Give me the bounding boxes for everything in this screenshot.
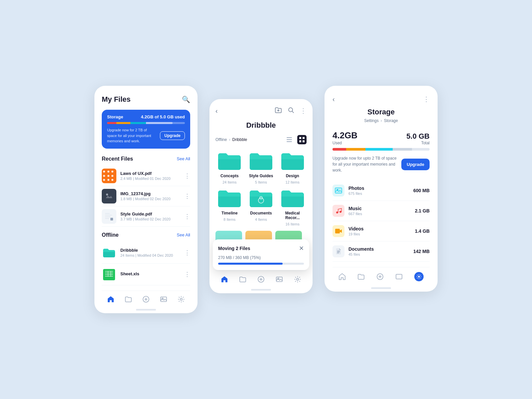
back-icon[interactable]: ‹ [215, 107, 218, 115]
offline-folder-item[interactable]: Dribbble 24 Items | Modified 04 Dec 2020… [102, 242, 190, 264]
folder-item[interactable]: Design 12 Items [278, 150, 307, 184]
svg-rect-10 [105, 273, 113, 273]
svg-rect-33 [335, 188, 342, 193]
documents-icon [332, 245, 344, 257]
screen1-myfiles: My Files 🔍 Storage 4.2GB of 5.0 GB used … [94, 86, 198, 313]
svg-rect-14 [110, 271, 111, 277]
storage-category-photos[interactable]: Photos 675 files 600 MB [332, 181, 430, 201]
upgrade-button-small[interactable]: Upgrade [160, 131, 185, 140]
nav-folder[interactable] [357, 273, 365, 280]
nav-settings-active[interactable] [414, 272, 424, 281]
folder-icon [248, 150, 274, 172]
file-item[interactable]: Laws of UX.pdf 2.4 MB | Modified 01 Dec … [102, 166, 190, 186]
breadcrumb-arrow: › [381, 118, 382, 123]
nav-image[interactable] [276, 276, 283, 283]
grid-view-icon[interactable] [297, 135, 307, 144]
folder-count: 8 Items [223, 217, 235, 221]
storage-breadcrumb: Settings › Storage [332, 118, 430, 123]
folder-more-dots[interactable]: ⋮ [184, 249, 190, 256]
file-more-dots[interactable]: ⋮ [184, 213, 190, 220]
screen3-topbar: ‹ ⋮ [332, 95, 430, 103]
back-icon[interactable]: ‹ [332, 95, 335, 103]
svg-rect-6 [105, 218, 109, 219]
storage-label: Storage [107, 114, 123, 119]
nav-add[interactable] [142, 296, 150, 303]
nav-add[interactable] [376, 273, 384, 280]
svg-point-19 [289, 108, 293, 112]
folder-more-dots[interactable]: ⋮ [184, 271, 190, 278]
list-view-icon[interactable] [285, 135, 294, 144]
breadcrumb-offline[interactable]: Offline [215, 137, 227, 142]
category-files: 45 files [348, 252, 409, 256]
svg-rect-41 [337, 253, 339, 253]
more-dots-icon[interactable]: ⋮ [423, 95, 430, 103]
nav-folder[interactable] [125, 296, 132, 303]
close-icon[interactable]: ✕ [299, 245, 304, 252]
storage-category-music[interactable]: Music 667 files 2.1 GB [332, 201, 430, 221]
category-size: 142 MB [413, 249, 430, 254]
nav-home[interactable] [107, 296, 114, 303]
more-dots-icon[interactable]: ⋮ [300, 107, 307, 115]
svg-point-18 [180, 298, 182, 300]
folder-name: Documents [250, 211, 272, 215]
folders-grid: Concepts 24 Items Style Guides 5 Items [215, 150, 307, 226]
nav-settings[interactable] [294, 276, 301, 283]
nav-image[interactable] [160, 296, 167, 303]
file-meta: 1.8 MB | Modified 02 Dec 2020 [120, 197, 180, 201]
svg-rect-9 [105, 271, 113, 272]
folder-item[interactable]: Concepts 24 Items [215, 150, 244, 184]
svg-rect-38 [335, 229, 340, 233]
file-item[interactable]: IMG_12374.jpg 1.8 MB | Modified 02 Dec 2… [102, 186, 190, 206]
svg-rect-26 [303, 140, 305, 142]
storage-total: 5.0 GB [406, 132, 430, 141]
file-name: Style Guide.pdf [120, 211, 180, 216]
folder-item[interactable]: Documents 4 Items [247, 188, 275, 226]
nav-home[interactable] [338, 273, 346, 280]
nav-add[interactable] [257, 276, 265, 283]
nav-home[interactable] [221, 276, 228, 283]
offline-see-all[interactable]: See All [177, 232, 190, 237]
file-name: IMG_12374.jpg [120, 191, 180, 196]
storage-bar-red [107, 122, 116, 124]
svg-rect-11 [105, 274, 113, 275]
nav-folder[interactable] [239, 276, 246, 283]
offline-folder-item[interactable]: Sheet.xls ⋮ [102, 264, 190, 285]
screen3-title: Storage [332, 108, 430, 116]
file-item[interactable]: Style Guide.pdf 3.7 MB | Modified 02 Dec… [102, 206, 190, 227]
breadcrumb-settings[interactable]: Settings [364, 118, 378, 123]
file-more-dots[interactable]: ⋮ [184, 193, 190, 200]
svg-rect-24 [303, 137, 305, 139]
screens-container: My Files 🔍 Storage 4.2GB of 5.0 GB used … [81, 66, 451, 333]
search-icon[interactable]: 🔍 [182, 95, 190, 103]
storage-category-documents[interactable]: Documents 45 files 142 MB [332, 241, 430, 262]
svg-rect-21 [287, 139, 292, 140]
upgrade-button[interactable]: Upgrade [401, 159, 430, 170]
storage-category-videos[interactable]: Videos 19 files 1.4 GB [332, 221, 430, 241]
svg-rect-30 [276, 277, 282, 282]
storage-bar [107, 122, 185, 124]
file-thumbnail-laws [102, 169, 116, 183]
folder-name: Timeline [221, 211, 237, 215]
storage-usage: 4.2GB Used 5.0 GB Total [332, 130, 430, 145]
screen2-title: Dribbble [218, 121, 304, 130]
recent-files-see-all[interactable]: See All [177, 156, 190, 161]
folder-item[interactable]: Medical Recor... 16 Items [278, 188, 307, 226]
new-folder-icon[interactable] [275, 106, 282, 115]
music-icon [332, 205, 344, 217]
nav-image[interactable] [395, 273, 403, 280]
file-thumbnail-img [102, 189, 116, 203]
folder-item[interactable]: Timeline 8 Items [215, 188, 244, 226]
scroll-indicator-3 [371, 287, 391, 289]
search-icon[interactable] [287, 106, 295, 115]
folder-count: 4 Items [255, 217, 267, 221]
svg-rect-22 [287, 141, 292, 142]
svg-rect-40 [337, 252, 340, 252]
storage-bar-cyan [130, 122, 146, 124]
screen1-header: My Files 🔍 [102, 95, 190, 104]
svg-rect-25 [299, 140, 301, 142]
folder-icon [216, 188, 243, 209]
file-more-dots[interactable]: ⋮ [184, 172, 190, 180]
breadcrumb: Offline › Dribbble [215, 135, 307, 144]
folder-item[interactable]: Style Guides 5 Items [247, 150, 275, 184]
nav-settings[interactable] [178, 296, 185, 303]
